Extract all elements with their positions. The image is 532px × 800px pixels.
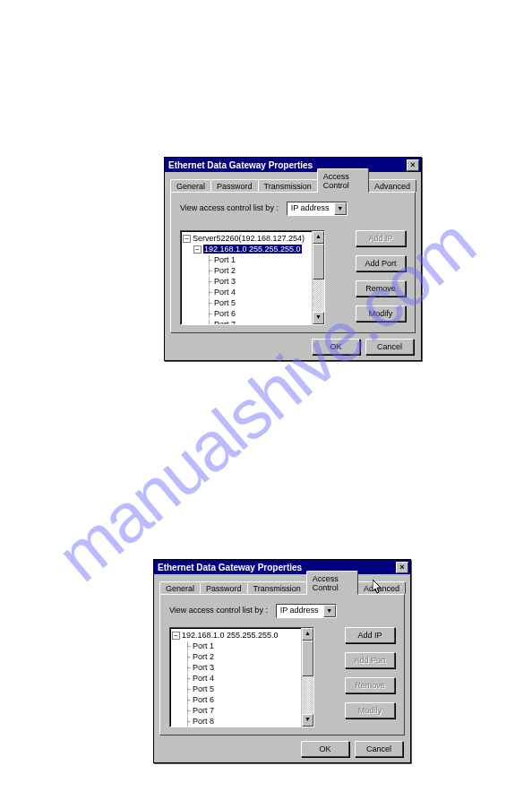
titlebar[interactable]: Ethernet Data Gateway Properties × [165, 158, 421, 172]
combo-value: IP address [277, 605, 323, 617]
collapse-icon[interactable]: − [183, 235, 191, 243]
dialog-title: Ethernet Data Gateway Properties [158, 563, 302, 572]
tree-port[interactable]: Port 7 [193, 706, 214, 715]
view-by-label: View access control list by : [180, 203, 279, 212]
tree-port[interactable]: Port 4 [214, 288, 236, 297]
acl-tree[interactable]: −Server52260(192.168.127.254) −192.168.1… [180, 230, 313, 325]
scroll-track[interactable] [313, 280, 324, 312]
tab-transmission[interactable]: Transmission [247, 581, 307, 594]
chevron-down-icon[interactable]: ▼ [334, 202, 347, 215]
remove-button[interactable]: Remove [356, 280, 406, 297]
tree-port[interactable]: Port 2 [193, 652, 214, 661]
add-ip-button: Add IP [356, 230, 406, 246]
properties-dialog-2: Ethernet Data Gateway Properties × Gener… [153, 559, 411, 763]
tab-general[interactable]: General [159, 581, 201, 594]
scroll-thumb[interactable] [302, 641, 313, 676]
tree-port[interactable]: Port 8 [193, 717, 214, 726]
ok-button[interactable]: OK [312, 339, 360, 355]
tab-strip: General Password Transmission Access Con… [159, 579, 405, 594]
titlebar[interactable]: Ethernet Data Gateway Properties × [154, 560, 410, 574]
scroll-track[interactable] [302, 676, 313, 714]
scroll-up-icon[interactable]: ▲ [302, 628, 313, 641]
tab-strip: General Password Transmission Access Con… [170, 176, 416, 192]
tree-ip-node[interactable]: 192.168.1.0 255.255.255.0 [182, 631, 279, 640]
tree-port[interactable]: Port 5 [214, 298, 236, 307]
tab-advanced[interactable]: Advanced [357, 581, 406, 594]
tree-port[interactable]: Port 5 [193, 684, 214, 693]
tab-advanced[interactable]: Advanced [368, 179, 416, 192]
scroll-down-icon[interactable]: ▼ [302, 714, 313, 727]
tab-panel: View access control list by : IP address… [170, 192, 416, 333]
scroll-thumb[interactable] [313, 244, 324, 280]
view-by-combo[interactable]: IP address ▼ [276, 604, 337, 618]
tab-access-control[interactable]: Access Control [317, 168, 369, 193]
tree-port[interactable]: Port 4 [193, 674, 214, 683]
modify-button: Modify [345, 702, 395, 718]
add-ip-button[interactable]: Add IP [345, 627, 395, 643]
acl-tree-container: −Server52260(192.168.127.254) −192.168.1… [180, 230, 325, 325]
tree-scrollbar[interactable]: ▲ ▼ [302, 627, 314, 727]
tab-general[interactable]: General [170, 179, 211, 192]
tree-port[interactable]: Port 1 [193, 641, 214, 650]
collapse-icon[interactable]: − [172, 632, 180, 640]
close-icon[interactable]: × [396, 562, 408, 573]
acl-tree[interactable]: −192.168.1.0 255.255.255.0 ├ Port 1 ├ Po… [169, 627, 302, 727]
add-port-button[interactable]: Add Port [356, 255, 406, 271]
scroll-down-icon[interactable]: ▼ [313, 312, 324, 324]
modify-button[interactable]: Modify [356, 305, 406, 322]
close-icon[interactable]: × [407, 159, 419, 171]
tree-port[interactable]: Port 6 [214, 309, 236, 318]
cancel-button[interactable]: Cancel [365, 339, 414, 355]
cancel-button[interactable]: Cancel [355, 741, 403, 757]
tree-port[interactable]: Port 3 [214, 277, 236, 286]
tree-port[interactable]: Port 7 [214, 320, 236, 325]
view-by-label: View access control list by : [169, 606, 268, 615]
collapse-icon[interactable]: − [193, 245, 202, 254]
properties-dialog-1: Ethernet Data Gateway Properties × Gener… [164, 157, 422, 361]
tab-password[interactable]: Password [210, 179, 259, 192]
tree-port[interactable]: Port 2 [214, 266, 236, 275]
add-port-button: Add Port [345, 652, 395, 668]
tree-port[interactable]: Port 6 [193, 695, 214, 704]
tab-panel: View access control list by : IP address… [159, 594, 405, 735]
chevron-down-icon[interactable]: ▼ [323, 605, 336, 617]
tab-password[interactable]: Password [200, 581, 248, 594]
tree-ip-node[interactable]: 192.168.1.0 255.255.255.0 [203, 245, 302, 254]
ok-button[interactable]: OK [301, 741, 349, 757]
tree-port[interactable]: Port 3 [193, 663, 214, 672]
tree-scrollbar[interactable]: ▲ ▼ [313, 230, 325, 325]
dialog-title: Ethernet Data Gateway Properties [168, 160, 313, 170]
tab-access-control[interactable]: Access Control [306, 571, 358, 595]
combo-value: IP address [287, 202, 334, 215]
tab-transmission[interactable]: Transmission [258, 179, 318, 192]
tree-port[interactable]: Port 1 [214, 255, 236, 264]
view-by-combo[interactable]: IP address ▼ [287, 202, 348, 216]
acl-tree-container: −192.168.1.0 255.255.255.0 ├ Port 1 ├ Po… [169, 627, 314, 727]
remove-button: Remove [345, 677, 395, 693]
tree-root[interactable]: Server52260(192.168.127.254) [193, 234, 305, 243]
scroll-up-icon[interactable]: ▲ [313, 231, 324, 244]
